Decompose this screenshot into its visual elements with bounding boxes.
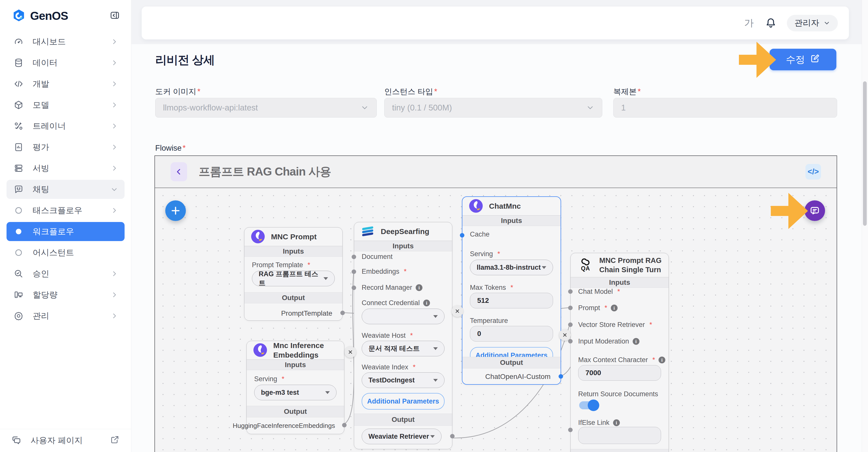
sidebar-item-evaluation[interactable]: 평가 <box>6 138 125 157</box>
info-icon <box>613 419 620 426</box>
retriever-output-handle[interactable] <box>450 434 455 439</box>
node-rag-chain[interactable]: QA MNC Prompt RAG Chain Single Turn Inpu… <box>570 253 669 452</box>
add-node-button[interactable] <box>165 200 186 221</box>
chevron-right-icon <box>111 164 118 172</box>
weaviate-index-select[interactable]: TestDocIngest <box>362 373 444 388</box>
user-menu-label: 관리자 <box>795 17 819 29</box>
node-header[interactable]: Mnc Inference Embeddings <box>247 341 344 360</box>
user-menu[interactable]: 관리자 <box>787 15 838 31</box>
inputs-section-label: Inputs <box>570 277 669 288</box>
input-moderation-input-handle[interactable] <box>568 339 572 344</box>
prompt-template-select[interactable]: RAG 프롬프트 테스트 <box>252 271 335 286</box>
edge-delete-icon[interactable] <box>452 305 463 317</box>
instance-type-select[interactable]: tiny (0.1 / 500M) <box>384 98 602 118</box>
weaviate-host-label: Weaviate Host* <box>362 332 413 340</box>
node-mnc-inference-embeddings[interactable]: Mnc Inference Embeddings Inputs Serving*… <box>246 341 344 434</box>
info-icon <box>416 284 423 291</box>
sidebar-item-serving[interactable]: 서빙 <box>6 159 125 178</box>
sidebar-footer-user-page[interactable]: 사용자 페이지 <box>0 429 131 452</box>
edge-delete-icon[interactable] <box>559 329 570 341</box>
inputs-section-label: Inputs <box>354 241 452 251</box>
scrollbar-thumb[interactable] <box>863 82 867 226</box>
sidebar-item-label: 트레이너 <box>33 121 66 132</box>
node-header[interactable]: DeepSearfing <box>354 222 452 241</box>
sidebar-item-label: 어시스턴트 <box>33 247 74 258</box>
node-mnc-prompt[interactable]: MNC Prompt Inputs Prompt Template* RAG 프… <box>244 227 343 321</box>
info-icon <box>633 338 640 345</box>
notifications-bell-icon[interactable] <box>765 17 777 29</box>
sidebar-item-taskflow[interactable]: 태스크플로우 <box>6 201 125 220</box>
sidebar-item-model[interactable]: 모델 <box>6 95 125 115</box>
max-tokens-input[interactable]: 512 <box>470 293 553 309</box>
ifelse-link-input[interactable] <box>578 427 661 444</box>
vector-store-input-handle[interactable] <box>568 322 572 327</box>
node-deepsearfing[interactable]: DeepSearfing Inputs Document Embeddings*… <box>354 222 452 449</box>
sidebar-footer-label: 사용자 페이지 <box>31 435 83 446</box>
sidebar-item-dashboard[interactable]: 대시보드 <box>6 32 125 51</box>
page-scrollbar[interactable] <box>862 0 868 452</box>
output-section-label: Output <box>570 449 669 452</box>
node-title: ChatMnc <box>489 201 521 211</box>
prompt-input-handle[interactable] <box>568 305 572 310</box>
back-button[interactable] <box>170 162 187 181</box>
sidebar-item-chat[interactable]: 채팅 <box>6 180 125 199</box>
ifelse-input-handle[interactable] <box>568 428 572 432</box>
sidebar-item-trainer[interactable]: 트레이너 <box>6 117 125 136</box>
cache-input-handle[interactable] <box>460 233 464 237</box>
flow-title: 프롬프트 RAG Chain 사용 <box>199 164 331 180</box>
document-input-handle[interactable] <box>352 255 356 259</box>
output-type-select[interactable]: Weaviate Retriever <box>362 429 441 444</box>
chat-bubble-icon <box>13 184 24 195</box>
node-header[interactable]: QA MNC Prompt RAG Chain Single Turn <box>570 253 669 277</box>
serving-select[interactable]: llama3.1-8b-instruct <box>470 260 553 275</box>
return-source-documents-toggle[interactable] <box>579 401 598 409</box>
embeddings-output-handle[interactable] <box>342 423 347 427</box>
max-context-character-input[interactable]: 7000 <box>578 365 661 381</box>
sidebar-item-assistant[interactable]: 어시스턴트 <box>6 243 125 262</box>
input-moderation-label: Input Moderation <box>578 337 640 345</box>
view-code-button[interactable]: </> <box>805 164 821 180</box>
node-header[interactable]: MNC Prompt <box>244 227 342 246</box>
sidebar-item-quota[interactable]: 할당량 <box>6 285 125 304</box>
temperature-input[interactable]: 0 <box>470 326 553 342</box>
genos-logo-icon <box>11 8 26 23</box>
node-chatmnc[interactable]: ChatMnc Inputs Cache Serving* llama3.1-8… <box>462 196 561 385</box>
node-header[interactable]: ChatMnc <box>462 197 561 216</box>
info-icon <box>423 299 430 306</box>
document-label: Document <box>362 253 393 261</box>
language-button[interactable]: 가 <box>744 17 754 29</box>
docker-image-select[interactable]: llmops-workflow-api:latest <box>155 98 377 118</box>
chat-pages-icon <box>11 435 23 446</box>
connect-credential-select[interactable] <box>362 309 444 324</box>
chevron-right-icon <box>111 80 118 88</box>
sidebar-item-data[interactable]: 데이터 <box>6 53 125 72</box>
serving-select[interactable]: bge-m3 test <box>254 385 337 400</box>
serving-label: Serving* <box>470 250 500 258</box>
edit-button[interactable]: 수정 <box>770 49 836 70</box>
page-title: 리비전 상세 <box>155 52 215 68</box>
chat-model-input-handle[interactable] <box>568 289 572 294</box>
replicas-label: 복제본* <box>613 86 641 97</box>
chat-model-label: Chat Model* <box>578 288 620 296</box>
qa-chain-icon: QA <box>577 258 594 272</box>
gear-icon <box>13 311 24 321</box>
temperature-label: Temperature <box>470 317 508 325</box>
chevron-down-icon <box>111 186 118 193</box>
weaviate-host-select[interactable]: 문서 적재 테스트 <box>362 341 444 356</box>
sidebar-item-management[interactable]: 관리 <box>6 306 125 325</box>
sidebar-item-label: 평가 <box>33 141 49 153</box>
replicas-input[interactable]: 1 <box>613 98 837 118</box>
chat-output-handle[interactable] <box>559 374 563 379</box>
sidebar-collapse-icon[interactable] <box>110 10 120 22</box>
sidebar-item-approval[interactable]: 승인 <box>6 264 125 283</box>
edge-delete-icon[interactable] <box>345 346 356 358</box>
embeddings-input-handle[interactable] <box>352 269 356 274</box>
flow-canvas[interactable]: MNC Prompt Inputs Prompt Template* RAG 프… <box>155 188 837 452</box>
sidebar-item-label: 데이터 <box>33 57 58 69</box>
output-handle[interactable] <box>340 311 345 315</box>
trainer-icon <box>13 121 24 132</box>
additional-parameters-button[interactable]: Additional Parameters <box>362 393 444 410</box>
sidebar-item-dev[interactable]: 개발 <box>6 74 125 93</box>
record-manager-input-handle[interactable] <box>352 286 356 290</box>
sidebar-item-workflow[interactable]: 워크플로우 <box>6 222 125 241</box>
